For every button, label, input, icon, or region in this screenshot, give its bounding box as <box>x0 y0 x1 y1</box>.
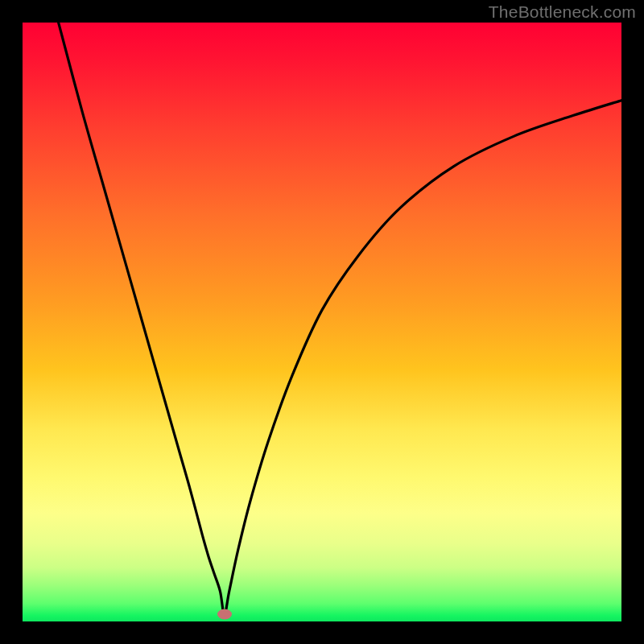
curve-svg <box>23 23 621 621</box>
chart-frame: TheBottleneck.com <box>0 0 644 644</box>
curve-path <box>59 23 621 615</box>
minimum-marker <box>217 609 232 620</box>
watermark-text: TheBottleneck.com <box>489 2 636 22</box>
plot-area <box>23 23 621 621</box>
